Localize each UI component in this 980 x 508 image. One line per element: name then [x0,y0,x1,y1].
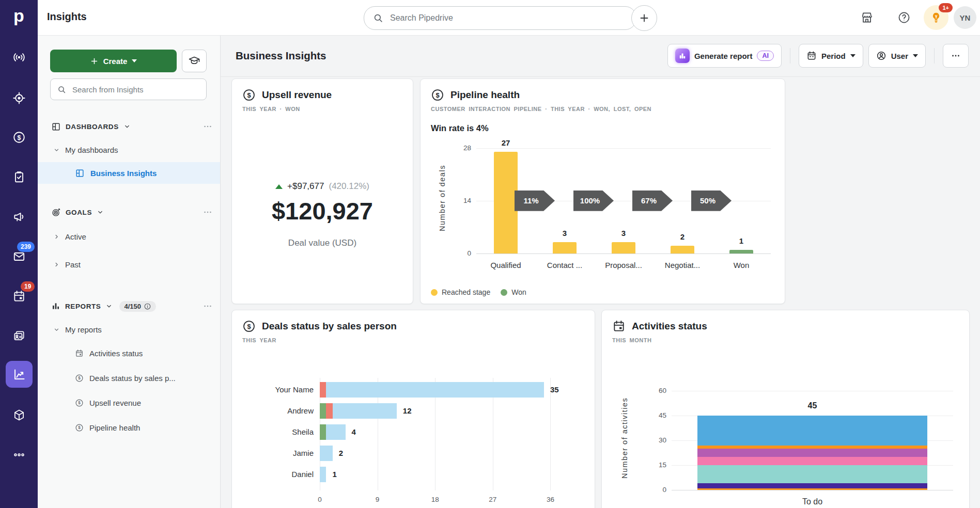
global-search-input[interactable] [389,13,628,23]
more-icon[interactable] [203,207,213,217]
segment-your-name-1[interactable] [326,382,544,398]
graduation-cap-icon [188,55,200,67]
leads-target-icon[interactable] [0,91,38,105]
dollar-circle-icon: $ [75,374,84,383]
insights-search-input[interactable] [71,85,200,94]
info-icon[interactable] [144,303,151,310]
section-dashboards[interactable]: DASHBOARDS [51,120,213,133]
chevron-down-icon [123,123,131,130]
todo-segment-3[interactable] [697,457,927,465]
generate-report-button[interactable]: Generate report AI [667,44,782,68]
bar-daniel[interactable] [320,467,326,482]
todo-segment-0[interactable] [697,488,927,490]
bar-negotiat[interactable] [671,246,694,253]
bar-contact[interactable] [553,242,577,253]
mail-icon[interactable] [0,250,38,263]
card-subtitle: CUSTOMER INTERACTION PIPELINE · THIS YEA… [431,106,651,112]
todo-segment-5[interactable] [697,446,927,449]
global-search[interactable] [364,6,636,30]
card-title[interactable]: Upsell revenue [262,89,332,101]
sidebar-item-business-insights[interactable]: Business Insights [38,162,220,184]
todo-segment-6[interactable] [697,416,927,446]
help-icon[interactable] [897,11,911,24]
segment-sheila-0[interactable] [320,424,326,440]
bar-your-name[interactable] [320,382,544,398]
segment-sheila-1[interactable] [326,424,345,440]
calendar-icon [75,349,84,358]
campaigns-icon[interactable] [0,51,38,64]
section-reports[interactable]: REPORTS 4/150 [51,299,213,313]
products-cube-icon[interactable] [0,408,38,422]
segment-andrew-2[interactable] [333,403,397,419]
more-icon[interactable] [203,121,213,132]
user-avatar[interactable]: YN [954,6,976,29]
bar-value-proposal: 3 [608,229,639,237]
legend-won[interactable]: Won [501,288,526,296]
sidebar-item-upsell-revenue[interactable]: $ Upsell revenue [75,395,141,410]
sidebar-item-pipeline-health[interactable]: $ Pipeline health [75,420,140,435]
my-reports-group[interactable]: My reports [53,323,102,336]
whats-new-button[interactable]: 1+ [924,5,948,30]
group-label: My dashboards [65,146,118,154]
tasks-clipboard-icon[interactable] [0,170,38,184]
create-button[interactable]: Create [50,50,177,72]
reports-count: 4/150 [124,303,141,310]
insights-search[interactable] [50,78,207,100]
todo-segment-4[interactable] [697,449,927,457]
x-tick-label: 9 [367,496,388,503]
dashboard-header: Business Insights Generate report AI Per… [220,35,980,77]
dollar-circle-icon: $ [242,320,256,333]
more-icon[interactable] [203,301,213,311]
trend-up-icon [275,184,283,189]
legend-dot-icon [431,289,438,296]
card-title[interactable]: Deals status by sales person [262,321,397,332]
main-content: Business Insights Generate report AI Per… [220,35,980,508]
sidebar-item-deals-status[interactable]: $ Deals status by sales p... [75,371,176,385]
segment-andrew-0[interactable] [320,403,326,419]
segment-daniel-0[interactable] [320,467,326,482]
bar-value-contact: 3 [549,229,580,237]
group-label: Active [65,232,86,241]
group-label: My reports [65,325,102,334]
bar-proposal[interactable] [612,242,635,253]
segment-andrew-1[interactable] [326,403,332,419]
insights-nav-icon[interactable] [6,361,33,388]
sidebar-item-activities-status[interactable]: Activities status [75,346,143,360]
create-button-label: Create [103,57,128,66]
bar-jamie[interactable] [320,446,333,461]
calendar-icon [806,51,817,61]
campaigns-megaphone-icon[interactable] [0,210,38,224]
segment-jamie-0[interactable] [320,446,333,461]
user-filter-button[interactable]: User [868,44,926,68]
bar-qualified[interactable] [494,152,518,253]
my-dashboards-group[interactable]: My dashboards [53,144,118,156]
goals-past-group[interactable]: Past [53,258,81,271]
contacts-icon[interactable] [0,329,38,343]
calendar-icon[interactable] [0,290,38,303]
quick-add-button[interactable] [631,5,657,31]
learning-button[interactable] [182,50,207,72]
legend-reached-stage[interactable]: Reached stage [431,288,490,296]
goals-active-group[interactable]: Active [53,230,86,243]
dashboard-more-button[interactable] [943,44,969,68]
marketplace-icon[interactable] [860,11,874,24]
bar-won[interactable] [729,250,753,253]
card-title[interactable]: Pipeline health [450,89,520,101]
period-filter-button[interactable]: Period [799,44,863,68]
card-title[interactable]: Activities status [632,321,707,332]
pipedrive-logo[interactable]: p [0,4,38,27]
app-rail: p $ 239 19 [0,0,38,508]
win-rate-text: Win rate is 4% [431,123,489,133]
x-tick-label: 0 [309,496,330,503]
y-tick-label: 0 [449,249,471,257]
bar-sheila[interactable] [320,424,346,440]
bar-andrew[interactable] [320,403,397,419]
todo-segment-1[interactable] [697,483,927,488]
y-tick-label: 0 [645,486,666,494]
todo-segment-2[interactable] [697,465,927,483]
deals-dollar-icon[interactable]: $ [0,131,38,144]
section-goals[interactable]: GOALS [51,205,213,219]
segment-your-name-0[interactable] [320,382,326,398]
deals-bar-chart: 09182736Your Name35Andrew12Sheila4Jamie2… [242,354,584,508]
rail-more-icon[interactable] [0,448,38,462]
